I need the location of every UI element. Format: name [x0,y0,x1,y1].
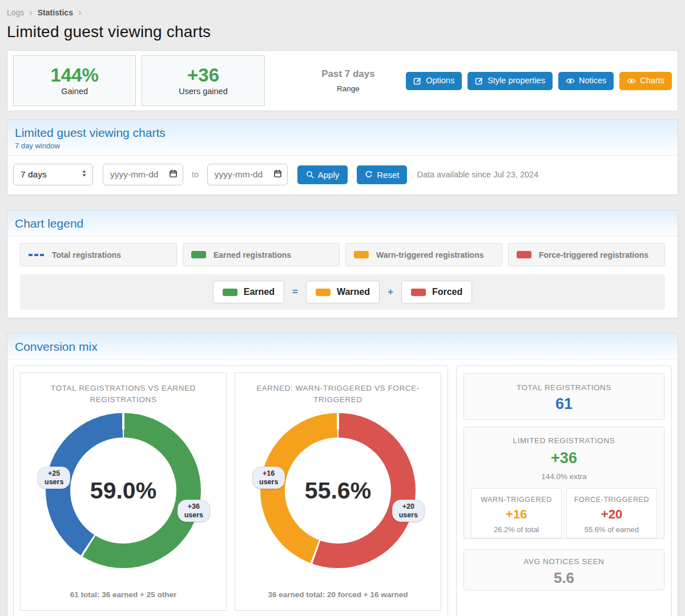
conversion-mix-title: Conversion mix [15,340,670,354]
stat-users-gained-label: Users gained [179,87,227,96]
equation-forced-chip: Forced [401,281,472,303]
apply-button[interactable]: Apply [297,165,348,184]
range-select[interactable]: 7 days [13,164,93,185]
orange-swatch [354,251,369,258]
stat-gained-label: Gained [61,87,88,96]
total-registrations-box: TOTAL REGISTRATIONS 61 [464,373,664,420]
limited-registrations-box: LIMITED REGISTRATIONS +36 144.0% extra W… [464,427,664,539]
legend-item-total: Total registrations [20,243,177,266]
date-from-field[interactable] [103,164,183,185]
legend-item-warn: Warn-triggered registrations [345,243,502,266]
donut-card-total-vs-earned: TOTAL REGISTRATIONS VS EARNED REGISTRATI… [20,372,227,611]
breadcrumb: Logs › Statistics › [7,8,678,17]
edit-icon [413,76,422,85]
plus-operator: + [388,286,393,298]
stat-gained-value: 144% [50,66,98,84]
charts-wrap: TOTAL REGISTRATIONS VS EARNED REGISTRATI… [13,366,448,616]
notices-button[interactable]: Notices [558,72,614,90]
calendar-icon [169,169,178,180]
filters-panel: Limited guest viewing charts 7 day windo… [7,119,678,195]
stat-users-gained: +36 Users gained [142,55,264,106]
summary-card: 144% Gained +36 Users gained Past 7 days… [7,50,678,111]
donut-warn-vs-force: 55.6% +16 users +20 users [260,413,416,568]
data-availability-note: Data available since Jul 23, 2024 [417,170,538,179]
donut-title: EARNED: WARN-TRIGGERED VS FORCE-TRIGGERE… [252,383,424,405]
eye-icon [566,76,575,86]
refresh-icon [365,171,373,179]
to-label: to [192,170,199,179]
date-from-input[interactable] [110,169,169,180]
legend-item-earned: Earned registrations [183,243,340,266]
equation-earned-chip: Earned [213,281,284,303]
red-swatch [517,251,531,258]
range-summary: Past 7 days Range [291,68,406,93]
donut-caption: 36 earned total: 20 forced + 16 warned [268,590,408,599]
filters-panel-subtitle: 7 day window [15,141,670,150]
calendar-icon [273,169,282,180]
breadcrumb-logs[interactable]: Logs [7,8,24,17]
warn-triggered-value: +16 [472,507,561,522]
chart-legend-title: Chart legend [15,217,670,230]
chevron-right-icon: › [29,8,32,17]
limited-registrations-note: 144.0% extra [464,472,664,481]
options-button[interactable]: Options [406,72,462,90]
side-stats: TOTAL REGISTRATIONS 61 LIMITED REGISTRAT… [456,366,672,616]
chart-legend-panel: Chart legend Total registrations Earned … [7,210,678,318]
legend-item-force: Force-triggered registrations [508,243,665,266]
chart-legend-header: Chart legend [7,210,678,236]
filters-body: 7 days to Apply Reset Data available sin… [7,156,678,194]
conversion-mix-body: TOTAL REGISTRATIONS VS EARNED REGISTRATI… [7,359,678,616]
donut-center-value: 59.0% [46,413,201,568]
filters-panel-title: Limited guest viewing charts [15,126,670,140]
donut-bubble-earned: +36 users [178,500,210,522]
reset-button[interactable]: Reset [357,165,407,184]
orange-swatch [316,289,331,296]
donut-total-vs-earned: 59.0% +25 users +36 users [46,413,201,568]
donut-center-value: 55.6% [260,413,416,568]
summary-actions: Options Style properties Notices Charts [406,72,672,90]
edit-icon [475,76,483,85]
range-select-value: 7 days [21,169,47,180]
select-arrows-icon [82,169,87,180]
conversion-mix-panel: Conversion mix TOTAL REGISTRATIONS VS EA… [7,333,678,616]
force-triggered-box: FORCE-TRIGGERED +20 55.6% of earned [566,488,657,538]
range-value: Past 7 days [291,68,406,80]
eye-icon [627,76,636,86]
charts-button[interactable]: Charts [619,72,672,90]
breadcrumb-statistics[interactable]: Statistics [38,8,73,17]
donut-bubble-other: +25 users [38,467,70,489]
legend-equation: Earned = Warned + Forced [20,274,665,310]
total-registrations-value: 61 [464,395,664,413]
donut-title: TOTAL REGISTRATIONS VS EARNED REGISTRATI… [38,383,209,405]
legend-row: Total registrations Earned registrations… [20,243,665,266]
stat-users-gained-value: +36 [187,66,219,84]
avg-notices-value: 5.6 [464,569,664,587]
donut-bubble-forced: +20 users [392,500,425,522]
range-label: Range [291,84,406,93]
dashed-line-swatch [29,254,45,256]
limited-registrations-value: +36 [464,449,664,467]
date-to-input[interactable] [215,169,273,180]
red-swatch [411,289,426,296]
filters-panel-header: Limited guest viewing charts 7 day windo… [7,120,678,156]
search-icon [306,171,314,179]
warn-triggered-note: 26.2% of total [472,525,561,534]
force-triggered-value: +20 [567,507,656,522]
avg-notices-box: AVG NOTICES SEEN 5.6 [464,549,664,590]
warn-triggered-box: WARN-TRIGGERED +16 26.2% of total [471,488,562,538]
date-to-field[interactable] [207,164,288,185]
chevron-right-icon: › [78,8,81,17]
style-properties-button[interactable]: Style properties [468,72,553,90]
trigger-stats-row: WARN-TRIGGERED +16 26.2% of total FORCE-… [464,481,664,538]
chart-legend-body: Total registrations Earned registrations… [7,236,678,318]
equation-warned-chip: Warned [306,281,380,303]
force-triggered-note: 55.6% of earned [567,525,656,534]
conversion-mix-header: Conversion mix [7,334,678,359]
donut-caption: 61 total: 36 earned + 25 other [70,590,176,599]
green-swatch [223,289,237,296]
equals-operator: = [292,286,298,298]
page-title: Limited guest viewing charts [7,23,678,41]
donut-card-warn-vs-force: EARNED: WARN-TRIGGERED VS FORCE-TRIGGERE… [235,372,441,611]
stat-gained: 144% Gained [13,55,136,106]
green-swatch [191,251,206,258]
